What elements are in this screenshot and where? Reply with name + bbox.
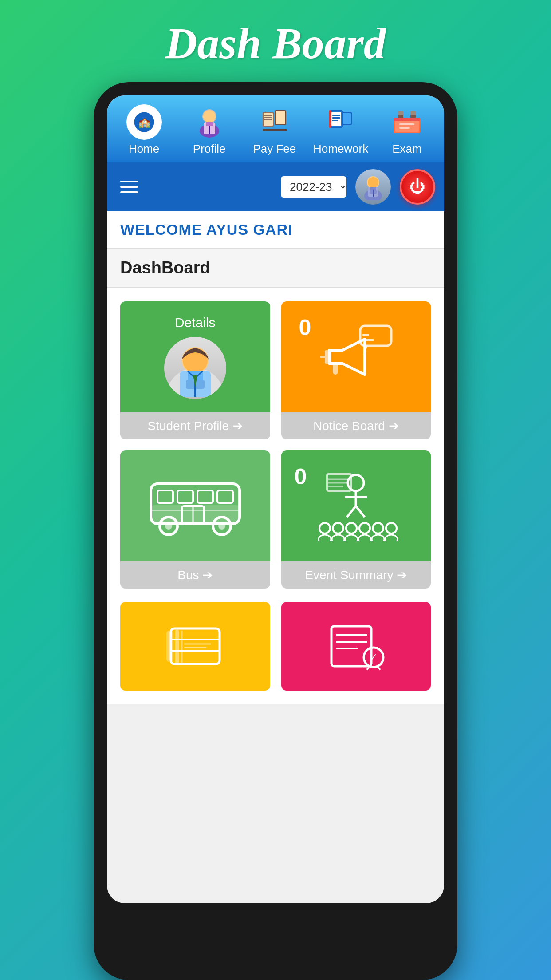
svg-rect-41 [370, 190, 377, 194]
books-card[interactable] [120, 602, 270, 691]
svg-rect-21 [343, 113, 351, 124]
nav-item-payfee[interactable]: Pay Fee [248, 104, 301, 156]
bus-label: Bus ➔ [177, 568, 213, 582]
dashboard-title: DashBoard [120, 258, 210, 277]
cards-grid: Details [107, 288, 444, 602]
phone-screen: 🏫 Home Profile [107, 95, 444, 903]
nav-label-home: Home [129, 142, 159, 156]
welcome-bar: WELCOME AYUS GARI [107, 211, 444, 249]
svg-text:🏫: 🏫 [138, 116, 150, 128]
details-label: Details [175, 315, 216, 330]
event-summary-label: Event Summary ➔ [305, 568, 407, 582]
svg-rect-22 [332, 115, 340, 116]
nav-label-payfee: Pay Fee [253, 142, 296, 156]
svg-rect-57 [177, 490, 193, 503]
svg-rect-24 [332, 120, 338, 121]
bottom-cards-grid: ✓ [107, 602, 444, 704]
svg-point-66 [218, 522, 225, 530]
toolbar: 2022-23 2021-22 2020-21 ⏻ [107, 162, 444, 211]
svg-rect-31 [399, 123, 414, 125]
svg-rect-92 [175, 630, 179, 665]
event-summary-card[interactable]: 0 [281, 450, 431, 589]
nav-label-exam: Exam [392, 142, 421, 156]
svg-rect-23 [332, 117, 340, 119]
notice-board-label: Notice Board ➔ [313, 419, 399, 433]
top-nav: 🏫 Home Profile [107, 95, 444, 162]
svg-point-85 [345, 535, 358, 541]
phone-wrapper: 🏫 Home Profile [94, 82, 457, 980]
books-icon [166, 622, 224, 671]
svg-line-104 [378, 667, 380, 670]
svg-point-79 [346, 523, 357, 533]
homework-icon [323, 104, 358, 140]
hamburger-menu[interactable] [116, 176, 142, 198]
svg-rect-60 [151, 505, 240, 524]
nav-item-profile[interactable]: Profile [183, 104, 236, 156]
user-avatar[interactable] [355, 169, 391, 205]
svg-rect-54 [333, 364, 338, 375]
svg-rect-59 [217, 490, 233, 503]
svg-line-72 [356, 506, 365, 517]
student-profile-label: Student Profile ➔ [148, 419, 243, 433]
svg-rect-58 [197, 490, 213, 503]
svg-rect-11 [276, 111, 285, 124]
payfee-icon [257, 104, 292, 140]
svg-rect-19 [329, 110, 331, 128]
profile-icon [192, 104, 227, 140]
svg-point-84 [332, 535, 344, 541]
welcome-text: WELCOME AYUS GARI [120, 221, 293, 238]
svg-point-86 [358, 535, 371, 541]
svg-point-81 [373, 523, 383, 533]
svg-point-4 [203, 110, 216, 122]
hamburger-line-3 [120, 191, 138, 193]
svg-rect-56 [157, 490, 173, 503]
svg-line-103 [367, 667, 369, 670]
bus-card[interactable]: Bus ➔ [120, 450, 270, 589]
hamburger-line-2 [120, 186, 138, 188]
svg-rect-33 [398, 111, 403, 115]
nav-label-profile: Profile [193, 142, 226, 156]
exam-icon [389, 104, 425, 140]
svg-point-87 [372, 535, 384, 541]
home-logo-icon: 🏫 [126, 104, 162, 140]
svg-rect-53 [325, 350, 331, 364]
nav-item-exam[interactable]: Exam [380, 104, 433, 156]
svg-point-65 [165, 522, 172, 530]
megaphone-icon [316, 321, 396, 392]
bus-icon [146, 475, 244, 537]
svg-point-37 [368, 177, 378, 188]
svg-point-78 [333, 523, 343, 533]
svg-point-80 [359, 523, 370, 533]
power-button[interactable]: ⏻ [400, 169, 435, 205]
svg-point-77 [319, 523, 330, 533]
svg-point-83 [319, 535, 331, 541]
student-profile-card[interactable]: Details [120, 301, 270, 439]
svg-point-68 [348, 475, 364, 491]
svg-rect-12 [263, 129, 287, 131]
svg-point-88 [385, 535, 398, 541]
notice-count: 0 [299, 315, 311, 340]
certificate-card[interactable]: ✓ [281, 602, 431, 691]
nav-item-homework[interactable]: Homework [313, 104, 368, 156]
page-title: Dash Board [165, 0, 386, 82]
svg-rect-34 [410, 111, 416, 115]
year-select[interactable]: 2022-23 2021-22 2020-21 [281, 176, 346, 198]
svg-rect-32 [399, 127, 410, 129]
svg-rect-94 [166, 631, 173, 662]
svg-line-71 [347, 506, 356, 517]
svg-point-82 [386, 523, 397, 533]
hamburger-line-1 [120, 181, 138, 182]
nav-label-homework: Homework [313, 142, 368, 156]
svg-text:✓: ✓ [370, 652, 378, 663]
event-icon [311, 470, 400, 541]
svg-rect-30 [394, 118, 420, 121]
event-count: 0 [295, 464, 307, 490]
nav-item-home[interactable]: 🏫 Home [118, 104, 171, 156]
svg-rect-18 [331, 112, 341, 126]
notice-board-card[interactable]: 0 [281, 301, 431, 439]
student-avatar [164, 337, 226, 399]
certificate-icon: ✓ [327, 622, 385, 671]
dashboard-title-bar: DashBoard [107, 249, 444, 288]
